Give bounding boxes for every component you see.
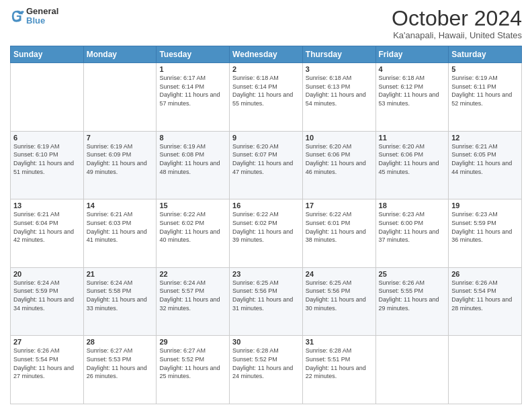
day-info: Sunrise: 6:20 AMSunset: 6:06 PMDaylight:… — [379, 142, 446, 176]
day-number: 5 — [451, 65, 519, 73]
day-number: 19 — [451, 201, 519, 210]
week-row-4: 20Sunrise: 6:24 AMSunset: 5:59 PMDayligh… — [11, 267, 522, 336]
day-number: 22 — [159, 270, 226, 278]
day-number: 8 — [159, 134, 226, 142]
week-row-5: 27Sunrise: 6:26 AMSunset: 5:54 PMDayligh… — [11, 336, 522, 404]
day-info: Sunrise: 6:23 AMSunset: 6:00 PMDaylight:… — [379, 210, 446, 244]
day-info: Sunrise: 6:25 AMSunset: 5:56 PMDaylight:… — [306, 279, 373, 312]
day-info: Sunrise: 6:24 AMSunset: 5:58 PMDaylight:… — [87, 279, 154, 312]
header: General Blue October 2024 Ka'anapali, Ha… — [10, 7, 522, 40]
day-number: 14 — [87, 201, 154, 210]
day-number: 9 — [232, 134, 300, 142]
calendar-cell-2-5: 10Sunrise: 6:20 AMSunset: 6:06 PMDayligh… — [302, 131, 375, 199]
calendar-cell-2-3: 8Sunrise: 6:19 AMSunset: 6:08 PMDaylight… — [157, 131, 230, 199]
calendar-cell-1-1 — [11, 63, 84, 132]
calendar-cell-5-2: 28Sunrise: 6:27 AMSunset: 5:53 PMDayligh… — [83, 336, 157, 404]
day-info: Sunrise: 6:19 AMSunset: 6:10 PMDaylight:… — [13, 142, 81, 176]
day-number: 30 — [232, 338, 300, 346]
weekday-header-saturday: Saturday — [449, 46, 522, 63]
day-info: Sunrise: 6:20 AMSunset: 6:06 PMDaylight:… — [306, 142, 373, 176]
logo: General Blue — [10, 7, 58, 26]
calendar-cell-3-7: 19Sunrise: 6:23 AMSunset: 5:59 PMDayligh… — [449, 199, 522, 268]
logo-icon — [10, 9, 25, 24]
calendar-cell-5-6 — [375, 336, 449, 404]
day-info: Sunrise: 6:22 AMSunset: 6:01 PMDaylight:… — [306, 210, 373, 244]
day-info: Sunrise: 6:21 AMSunset: 6:04 PMDaylight:… — [13, 210, 81, 244]
day-info: Sunrise: 6:18 AMSunset: 6:13 PMDaylight:… — [306, 74, 373, 107]
day-info: Sunrise: 6:19 AMSunset: 6:08 PMDaylight:… — [159, 142, 226, 176]
calendar-cell-4-4: 23Sunrise: 6:25 AMSunset: 5:56 PMDayligh… — [230, 267, 303, 336]
logo-line1: General — [26, 7, 58, 16]
calendar-cell-1-7: 5Sunrise: 6:19 AMSunset: 6:11 PMDaylight… — [449, 63, 522, 132]
day-info: Sunrise: 6:22 AMSunset: 6:02 PMDaylight:… — [232, 210, 300, 244]
calendar-cell-1-5: 3Sunrise: 6:18 AMSunset: 6:13 PMDaylight… — [302, 63, 375, 132]
day-info: Sunrise: 6:19 AMSunset: 6:09 PMDaylight:… — [87, 142, 154, 176]
day-number: 31 — [306, 338, 373, 346]
day-number: 24 — [306, 270, 373, 278]
day-info: Sunrise: 6:21 AMSunset: 6:03 PMDaylight:… — [87, 210, 154, 244]
weekday-header-thursday: Thursday — [302, 46, 375, 63]
day-number: 29 — [159, 338, 226, 346]
calendar-table: SundayMondayTuesdayWednesdayThursdayFrid… — [10, 46, 522, 404]
day-number: 27 — [13, 338, 81, 346]
day-info: Sunrise: 6:18 AMSunset: 6:14 PMDaylight:… — [232, 74, 300, 107]
weekday-header-row: SundayMondayTuesdayWednesdayThursdayFrid… — [11, 46, 522, 63]
day-info: Sunrise: 6:17 AMSunset: 6:14 PMDaylight:… — [159, 74, 226, 107]
day-info: Sunrise: 6:28 AMSunset: 5:51 PMDaylight:… — [306, 347, 373, 380]
day-number: 2 — [232, 65, 300, 73]
day-info: Sunrise: 6:24 AMSunset: 5:59 PMDaylight:… — [13, 279, 81, 312]
logo-text: General Blue — [26, 7, 58, 26]
logo-line2: Blue — [26, 16, 58, 26]
day-number: 12 — [451, 134, 519, 142]
day-info: Sunrise: 6:22 AMSunset: 6:02 PMDaylight:… — [159, 210, 226, 244]
day-number: 7 — [87, 134, 154, 142]
day-number: 6 — [13, 134, 81, 142]
day-info: Sunrise: 6:23 AMSunset: 5:59 PMDaylight:… — [451, 210, 519, 244]
calendar-page: General Blue October 2024 Ka'anapali, Ha… — [0, 0, 532, 411]
calendar-cell-3-6: 18Sunrise: 6:23 AMSunset: 6:00 PMDayligh… — [375, 199, 449, 268]
day-number: 13 — [13, 201, 81, 210]
calendar-cell-2-2: 7Sunrise: 6:19 AMSunset: 6:09 PMDaylight… — [83, 131, 157, 199]
day-info: Sunrise: 6:20 AMSunset: 6:07 PMDaylight:… — [232, 142, 300, 176]
day-number: 25 — [379, 270, 446, 278]
calendar-cell-3-5: 17Sunrise: 6:22 AMSunset: 6:01 PMDayligh… — [302, 199, 375, 268]
calendar-cell-4-7: 26Sunrise: 6:26 AMSunset: 5:54 PMDayligh… — [449, 267, 522, 336]
calendar-cell-5-4: 30Sunrise: 6:28 AMSunset: 5:52 PMDayligh… — [230, 336, 303, 404]
day-number: 20 — [13, 270, 81, 278]
calendar-cell-5-1: 27Sunrise: 6:26 AMSunset: 5:54 PMDayligh… — [11, 336, 84, 404]
calendar-cell-1-2 — [83, 63, 157, 132]
day-number: 15 — [159, 201, 226, 210]
calendar-cell-5-7 — [449, 336, 522, 404]
calendar-cell-4-6: 25Sunrise: 6:26 AMSunset: 5:55 PMDayligh… — [375, 267, 449, 336]
calendar-cell-1-6: 4Sunrise: 6:18 AMSunset: 6:12 PMDaylight… — [375, 63, 449, 132]
day-number: 4 — [379, 65, 446, 73]
day-info: Sunrise: 6:28 AMSunset: 5:52 PMDaylight:… — [232, 347, 300, 380]
month-title: October 2024 — [392, 7, 522, 30]
calendar-cell-3-2: 14Sunrise: 6:21 AMSunset: 6:03 PMDayligh… — [83, 199, 157, 268]
calendar-cell-3-4: 16Sunrise: 6:22 AMSunset: 6:02 PMDayligh… — [230, 199, 303, 268]
calendar-cell-4-3: 22Sunrise: 6:24 AMSunset: 5:57 PMDayligh… — [157, 267, 230, 336]
day-number: 18 — [379, 201, 446, 210]
calendar-cell-5-5: 31Sunrise: 6:28 AMSunset: 5:51 PMDayligh… — [302, 336, 375, 404]
day-info: Sunrise: 6:18 AMSunset: 6:12 PMDaylight:… — [379, 74, 446, 107]
day-info: Sunrise: 6:26 AMSunset: 5:54 PMDaylight:… — [13, 347, 81, 380]
location-subtitle: Ka'anapali, Hawaii, United States — [392, 30, 522, 40]
week-row-2: 6Sunrise: 6:19 AMSunset: 6:10 PMDaylight… — [11, 131, 522, 199]
calendar-cell-4-5: 24Sunrise: 6:25 AMSunset: 5:56 PMDayligh… — [302, 267, 375, 336]
day-number: 23 — [232, 270, 300, 278]
calendar-cell-4-1: 20Sunrise: 6:24 AMSunset: 5:59 PMDayligh… — [11, 267, 84, 336]
calendar-cell-2-4: 9Sunrise: 6:20 AMSunset: 6:07 PMDaylight… — [230, 131, 303, 199]
day-number: 1 — [159, 65, 226, 73]
calendar-cell-3-1: 13Sunrise: 6:21 AMSunset: 6:04 PMDayligh… — [11, 199, 84, 268]
day-info: Sunrise: 6:27 AMSunset: 5:53 PMDaylight:… — [87, 347, 154, 380]
calendar-cell-1-3: 1Sunrise: 6:17 AMSunset: 6:14 PMDaylight… — [157, 63, 230, 132]
day-info: Sunrise: 6:25 AMSunset: 5:56 PMDaylight:… — [232, 279, 300, 312]
day-info: Sunrise: 6:24 AMSunset: 5:57 PMDaylight:… — [159, 279, 226, 312]
title-block: October 2024 Ka'anapali, Hawaii, United … — [392, 7, 522, 40]
day-number: 16 — [232, 201, 300, 210]
calendar-cell-2-6: 11Sunrise: 6:20 AMSunset: 6:06 PMDayligh… — [375, 131, 449, 199]
day-number: 21 — [87, 270, 154, 278]
calendar-cell-2-1: 6Sunrise: 6:19 AMSunset: 6:10 PMDaylight… — [11, 131, 84, 199]
calendar-cell-4-2: 21Sunrise: 6:24 AMSunset: 5:58 PMDayligh… — [83, 267, 157, 336]
calendar-cell-3-3: 15Sunrise: 6:22 AMSunset: 6:02 PMDayligh… — [157, 199, 230, 268]
